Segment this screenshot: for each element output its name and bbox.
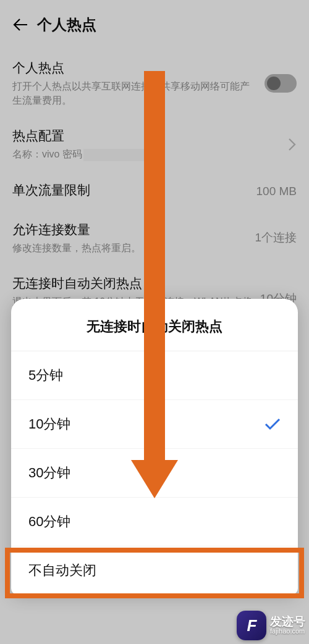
row-hotspot-toggle[interactable]: 个人热点 打开个人热点以共享互联网连接。共享移动网络可能产生流量费用。 (12, 49, 297, 117)
sheet-option-never[interactable]: 不自动关闭 (11, 546, 298, 595)
row-value: 1个连接 (255, 230, 297, 246)
row-title: 热点配置 (12, 127, 277, 144)
row-connections[interactable]: 允许连接数量 修改连接数量，热点将重启。 1个连接 (12, 211, 297, 265)
option-label: 30分钟 (28, 464, 70, 482)
page-title: 个人热点 (37, 15, 96, 35)
sheet-option-10min[interactable]: 10分钟 (11, 400, 298, 449)
header-bar: 个人热点 (0, 0, 309, 46)
auto-off-sheet: 无连接时自动关闭热点 5分钟 10分钟 30分钟 60分钟 不自动关闭 (11, 299, 298, 595)
row-title: 单次流量限制 (12, 182, 249, 199)
row-value: 100 MB (256, 185, 297, 198)
row-hotspot-config[interactable]: 热点配置 名称：vivo 密码 (12, 117, 297, 171)
back-arrow-icon[interactable] (12, 17, 28, 33)
watermark-name-en: fajihao.com (270, 628, 305, 635)
sheet-option-5min[interactable]: 5分钟 (11, 351, 298, 400)
row-subtitle: 打开个人热点以共享互联网连接。共享移动网络可能产生流量费用。 (12, 79, 257, 107)
row-subtitle: 名称：vivo 密码 (12, 147, 277, 161)
checkmark-icon (265, 418, 281, 430)
sheet-title: 无连接时自动关闭热点 (11, 299, 298, 351)
option-label: 60分钟 (28, 512, 70, 531)
watermark: F 发迹号 fajihao.com (237, 611, 305, 640)
row-title: 无连接时自动关闭热点 (12, 275, 253, 292)
option-label: 5分钟 (28, 366, 63, 385)
option-label: 10分钟 (28, 415, 70, 433)
settings-content: 个人热点 打开个人热点以共享互联网连接。共享移动网络可能产生流量费用。 热点配置… (0, 46, 309, 333)
row-subtitle: 修改连接数量，热点将重启。 (12, 241, 247, 255)
chevron-right-icon (288, 138, 297, 151)
option-label: 不自动关闭 (28, 561, 96, 580)
row-data-limit[interactable]: 单次流量限制 100 MB (12, 172, 297, 211)
sheet-option-30min[interactable]: 30分钟 (11, 449, 298, 498)
password-mask (83, 149, 150, 161)
sheet-option-60min[interactable]: 60分钟 (11, 498, 298, 546)
hotspot-toggle-switch[interactable] (265, 74, 297, 93)
row-title: 允许连接数量 (12, 221, 247, 238)
row-title: 个人热点 (12, 59, 257, 77)
watermark-logo-icon: F (237, 611, 266, 640)
watermark-name-cn: 发迹号 (270, 616, 305, 628)
